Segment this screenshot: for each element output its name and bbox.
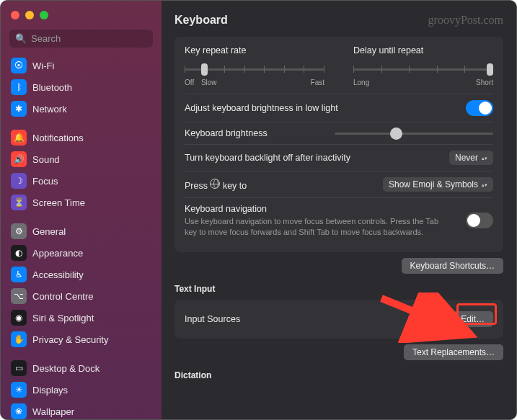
- sidebar-item-label: Appearance: [32, 248, 83, 259]
- svg-line-0: [381, 298, 464, 332]
- globekey-label: Press key to: [185, 179, 247, 191]
- controlcentre-icon: ⌥: [11, 288, 27, 304]
- sidebar-item-siri-spotlight[interactable]: ◉Siri & Spotlight: [6, 307, 156, 329]
- sound-icon: 🔊: [11, 151, 27, 167]
- nav-sub: Use keyboard navigation to move focus be…: [185, 216, 451, 238]
- sidebar-item-label: Control Centre: [32, 291, 94, 302]
- wifi-icon: ⦿: [11, 58, 27, 73]
- repeat-fast-label: Fast: [311, 79, 324, 86]
- brightness-slider[interactable]: [335, 133, 493, 135]
- minimize-window-button[interactable]: [25, 11, 34, 19]
- screentime-icon: ⏳: [11, 195, 27, 210]
- watermark: groovyPost.com: [428, 14, 503, 27]
- sidebar-item-label: Desktop & Dock: [32, 363, 100, 374]
- globe-icon: [210, 179, 220, 189]
- sidebar-item-privacy-security[interactable]: ✋Privacy & Security: [6, 329, 156, 350]
- globekey-value: Show Emoji & Symbols: [389, 179, 478, 189]
- annotation-arrow: [378, 292, 479, 343]
- sidebar-item-label: Notifications: [32, 133, 84, 143]
- sidebar-item-control-centre[interactable]: ⌥Control Centre: [6, 285, 156, 307]
- sidebar-item-displays[interactable]: ☀Displays: [6, 379, 156, 401]
- delay-label: Delay until repeat: [353, 45, 493, 55]
- backlightoff-label: Turn keyboard backlight off after inacti…: [185, 153, 350, 163]
- main-content: groovyPost.com Keyboard Key repeat rate …: [162, 1, 516, 419]
- sidebar-item-appearance[interactable]: ◐Appearance: [6, 242, 156, 264]
- text-replacements-button[interactable]: Text Replacements…: [404, 344, 503, 360]
- brightness-label: Keyboard brightness: [185, 128, 268, 138]
- privacy-icon: ✋: [11, 331, 27, 347]
- sidebar: 🔍 ⦿Wi-FiᛒBluetooth✱Network🔔Notifications…: [1, 1, 162, 419]
- lowlight-toggle[interactable]: [466, 100, 493, 116]
- bluetooth-icon: ᛒ: [11, 79, 27, 95]
- sidebar-item-notifications[interactable]: 🔔Notifications: [6, 127, 156, 148]
- network-icon: ✱: [11, 101, 27, 117]
- sidebar-item-wallpaper[interactable]: ❀Wallpaper: [6, 401, 156, 419]
- sidebar-item-sound[interactable]: 🔊Sound: [6, 148, 156, 170]
- dock-icon: ▭: [11, 360, 27, 376]
- delay-slider[interactable]: [353, 61, 493, 77]
- window-controls: [1, 1, 162, 27]
- sidebar-item-desktop-dock[interactable]: ▭Desktop & Dock: [6, 357, 156, 379]
- sidebar-item-label: Bluetooth: [32, 82, 72, 93]
- accessibility-icon: ♿︎: [11, 267, 27, 282]
- sidebar-item-label: Screen Time: [32, 197, 85, 208]
- sidebar-item-label: Focus: [32, 176, 58, 187]
- delay-short-label: Short: [476, 79, 493, 86]
- keyboard-shortcuts-button[interactable]: Keyboard Shortcuts…: [402, 258, 503, 274]
- sidebar-item-label: Sound: [32, 154, 60, 165]
- dictation-header: Dictation: [174, 370, 503, 380]
- backlight-off-value: Never: [455, 153, 478, 163]
- sidebar-item-accessibility[interactable]: ♿︎Accessibility: [6, 264, 156, 285]
- repeat-off-label: Off: [185, 79, 194, 86]
- sidebar-item-screen-time[interactable]: ⏳Screen Time: [6, 192, 156, 213]
- search-input[interactable]: [31, 33, 147, 44]
- search-icon: 🔍: [15, 33, 27, 44]
- zoom-window-button[interactable]: [40, 11, 48, 19]
- keyboard-panel: Key repeat rate Off Slow Fast Delay unti…: [174, 37, 503, 252]
- displays-icon: ☀: [11, 382, 27, 398]
- sidebar-item-label: Network: [32, 104, 67, 115]
- bell-icon: 🔔: [11, 130, 27, 146]
- input-sources-label: Input Sources: [185, 314, 240, 324]
- sidebar-item-label: Wi-Fi: [32, 61, 54, 71]
- sidebar-item-wi-fi[interactable]: ⦿Wi-Fi: [6, 55, 156, 76]
- lowlight-label: Adjust keyboard brightness in low light: [185, 103, 338, 113]
- sidebar-item-label: Wallpaper: [32, 406, 74, 417]
- search-field[interactable]: 🔍: [9, 30, 153, 48]
- stepper-icon: ▴▾: [482, 156, 487, 161]
- globekey-select[interactable]: Show Emoji & Symbols ▴▾: [383, 177, 493, 192]
- repeat-slow-label: Slow: [201, 79, 217, 86]
- appearance-icon: ◐: [11, 245, 27, 261]
- sidebar-item-bluetooth[interactable]: ᛒBluetooth: [6, 76, 156, 98]
- stepper-icon: ▴▾: [482, 182, 487, 187]
- sidebar-item-label: Privacy & Security: [32, 334, 108, 345]
- sidebar-item-label: Displays: [32, 385, 68, 396]
- siri-icon: ◉: [11, 310, 27, 326]
- wallpaper-icon: ❀: [11, 403, 27, 419]
- sidebar-item-label: General: [32, 226, 66, 237]
- repeat-rate-label: Key repeat rate: [185, 45, 324, 55]
- nav-toggle[interactable]: [466, 213, 493, 228]
- sidebar-item-general[interactable]: ⚙General: [6, 220, 156, 242]
- sidebar-item-focus[interactable]: ☽Focus: [6, 170, 156, 192]
- nav-label: Keyboard navigation: [185, 204, 451, 214]
- sidebar-item-label: Accessibility: [32, 269, 84, 280]
- sidebar-item-network[interactable]: ✱Network: [6, 98, 156, 120]
- delay-long-label: Long: [353, 79, 369, 86]
- sidebar-list: ⦿Wi-FiᛒBluetooth✱Network🔔Notifications🔊S…: [1, 55, 162, 419]
- repeat-rate-slider[interactable]: [185, 61, 324, 77]
- gear-icon: ⚙: [11, 223, 27, 239]
- close-window-button[interactable]: [11, 11, 19, 19]
- focus-icon: ☽: [11, 173, 27, 189]
- sidebar-item-label: Siri & Spotlight: [32, 313, 94, 323]
- backlight-off-select[interactable]: Never ▴▾: [449, 151, 493, 165]
